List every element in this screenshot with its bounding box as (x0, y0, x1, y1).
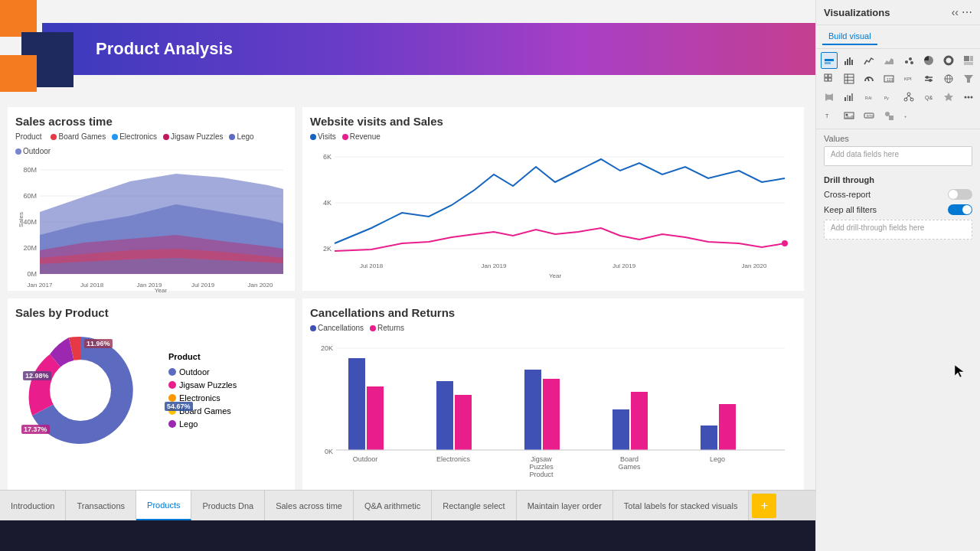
legend-jigsaw: Jigsaw Puzzles (163, 132, 223, 141)
svg-text:Py: Py (884, 96, 889, 100)
icon-gauge[interactable] (861, 70, 877, 87)
tab-rectangle-select[interactable]: Rectangle select (432, 491, 516, 520)
more-options-icon[interactable]: ⋯ (962, 6, 972, 18)
svg-rect-40 (367, 386, 384, 450)
keep-filters-label: Keep all filters (824, 205, 877, 214)
icon-decomp[interactable] (900, 89, 917, 106)
tab-products-dna[interactable]: Products Dna (191, 491, 265, 520)
svg-text:40M: 40M (23, 218, 37, 226)
legend-outdoor: Outdoor (15, 147, 51, 155)
icon-ellipsis[interactable] (960, 89, 977, 106)
tab-qa-arithmetic[interactable]: Q&A arithmetic (354, 491, 432, 520)
cancellations-chart[interactable]: Cancellations and Returns Cancellations … (302, 298, 804, 501)
svg-rect-44 (543, 379, 560, 450)
legend-jigsaw-item: Jigsaw Puzzles (168, 380, 237, 390)
svg-rect-58 (825, 59, 834, 61)
icon-card[interactable]: 123 (880, 70, 897, 87)
icon-treemap[interactable] (960, 52, 977, 69)
tab-transactions[interactable]: Transactions (66, 491, 136, 520)
values-section: Values Add data fields here (816, 129, 980, 171)
svg-text:4K: 4K (323, 199, 332, 207)
tabs-bar: Introduction Transactions Products Produ… (0, 490, 815, 520)
website-visits-chart[interactable]: Website visits and Sales Visits Revenue … (302, 107, 804, 291)
legend-cancellations: Cancellations (310, 324, 364, 332)
sales-product-chart[interactable]: Sales by Product (8, 298, 295, 501)
viz-panel: Visualizations ‹‹ ⋯ Build visual (815, 0, 980, 551)
svg-marker-64 (884, 58, 893, 64)
icon-shapes[interactable] (880, 107, 897, 124)
svg-rect-74 (825, 78, 828, 81)
values-field[interactable]: Add data fields here (824, 146, 972, 166)
icon-matrix[interactable] (821, 70, 838, 87)
svg-rect-92 (844, 97, 846, 101)
icon-ribbon[interactable] (821, 89, 838, 106)
svg-rect-69 (964, 56, 969, 61)
keep-filters-row: Keep all filters (824, 204, 972, 215)
drill-field-area[interactable]: Add drill-through fields here (824, 220, 972, 240)
svg-rect-47 (701, 425, 717, 450)
cross-report-label: Cross-report (824, 190, 871, 199)
values-placeholder: Add data fields here (831, 150, 899, 158)
viz-icons-section: 123 KPI RAI (816, 49, 980, 129)
svg-text:Product: Product (529, 471, 554, 478)
legend-lego: Lego (229, 132, 253, 141)
icon-area-chart[interactable] (880, 52, 897, 69)
tab-add-button[interactable]: + (752, 494, 776, 518)
tab-maintain-layer[interactable]: Maintain layer order (517, 491, 613, 520)
tab-total-labels[interactable]: Total labels for stacked visuals (613, 491, 750, 520)
collapse-icon[interactable]: ‹‹ (952, 6, 959, 18)
svg-text:Outdoor: Outdoor (353, 455, 378, 463)
icon-text[interactable]: T (821, 107, 838, 124)
svg-marker-105 (944, 93, 953, 101)
legend-visits: Visits (310, 132, 336, 141)
svg-point-67 (910, 61, 913, 64)
icon-bar-chart[interactable] (841, 52, 858, 69)
icon-stacked-bar[interactable] (821, 52, 838, 69)
tab-build-visual[interactable]: Build visual (822, 28, 877, 45)
website-legend: Visits Revenue (310, 132, 796, 141)
icon-rai[interactable]: RAI (861, 89, 877, 106)
svg-point-99 (907, 93, 910, 96)
svg-rect-46 (631, 392, 648, 450)
charts-area: Sales across time Product Board Games El… (0, 99, 815, 513)
legend-outdoor-item: Outdoor (168, 367, 237, 377)
svg-text:Year: Year (155, 287, 168, 292)
tab-products[interactable]: Products (136, 491, 191, 520)
icon-slicer[interactable] (920, 70, 937, 87)
keep-filters-toggle[interactable] (948, 204, 972, 215)
icon-custom[interactable]: + (900, 107, 917, 124)
cross-report-toggle[interactable] (948, 189, 972, 200)
tab-introduction[interactable]: Introduction (0, 491, 66, 520)
icon-funnel[interactable] (960, 70, 977, 87)
sales-time-chart[interactable]: Sales across time Product Board Games El… (8, 107, 295, 291)
svg-point-68 (945, 57, 952, 64)
icon-donut[interactable] (940, 52, 957, 69)
icon-map[interactable] (940, 70, 957, 87)
cancellations-title: Cancellations and Returns (310, 306, 796, 319)
svg-rect-75 (828, 78, 831, 81)
svg-text:Jan 2017: Jan 2017 (28, 282, 53, 289)
legend-board-games: Board Games (51, 132, 106, 141)
svg-rect-93 (847, 95, 848, 101)
icon-scatter[interactable] (900, 52, 917, 69)
icon-line-chart[interactable] (861, 52, 877, 69)
icon-py[interactable]: Py (880, 89, 897, 106)
main-content: Product Analysis Sales across time Produ… (0, 0, 815, 520)
svg-text:20K: 20K (321, 344, 333, 352)
legend-electronics: Electronics (112, 132, 157, 141)
icon-button[interactable]: BTN (861, 107, 877, 124)
donut-chart-svg (15, 325, 145, 455)
tab-sales-across-time[interactable]: Sales across time (265, 491, 354, 520)
icon-table[interactable] (841, 70, 858, 87)
svg-text:Jul 2019: Jul 2019 (612, 262, 636, 269)
product-legend: Product Outdoor Jigsaw Puzzles Electroni… (168, 352, 237, 429)
svg-point-66 (909, 57, 912, 60)
svg-text:AI: AI (868, 96, 872, 100)
svg-text:80M: 80M (23, 166, 37, 174)
icon-qa[interactable]: Q& (920, 89, 937, 106)
icon-smart[interactable] (940, 89, 957, 106)
icon-image[interactable] (841, 107, 858, 124)
icon-waterfall[interactable] (841, 89, 858, 106)
icon-kpi[interactable]: KPI (900, 70, 917, 87)
icon-pie[interactable] (920, 52, 937, 69)
